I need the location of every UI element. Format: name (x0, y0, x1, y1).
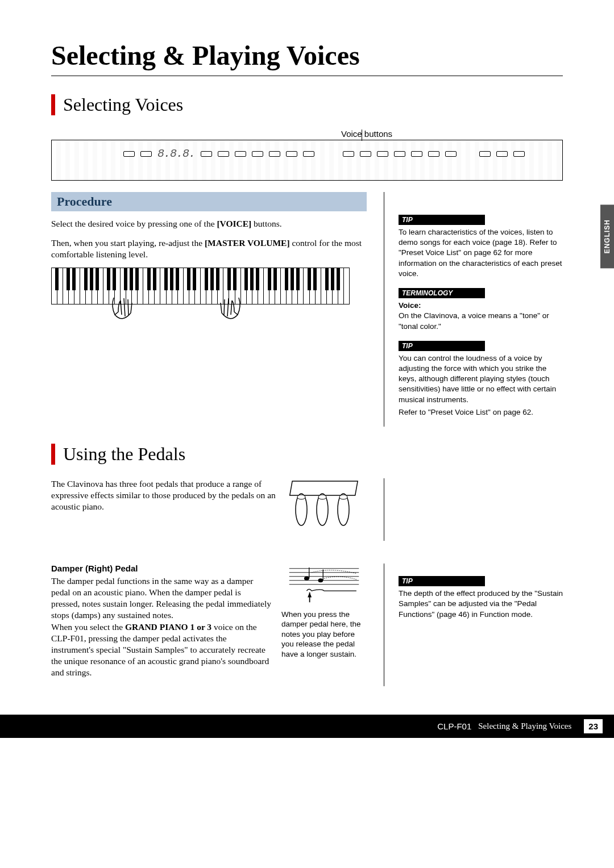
title-rule (51, 76, 563, 76)
text: Then, when you start playing, re-adjust … (51, 238, 205, 248)
master-volume-ref: [MASTER VOLUME] (205, 238, 290, 248)
tip-heading: TIP (399, 341, 485, 351)
damper-notation-block: When you press the damper pedal here, th… (281, 564, 367, 686)
tip-2-ref: Refer to "Preset Voice List" on page 62. (399, 407, 563, 418)
terminology-text: Voice: On the Clavinova, a voice means a… (399, 301, 563, 332)
svg-point-2 (297, 495, 305, 499)
tip-heading: TIP (399, 215, 485, 225)
svg-rect-0 (290, 481, 358, 495)
voice-buttons-label: Voice buttons (341, 129, 563, 139)
panel-display: 8.8.8. (157, 147, 195, 160)
damper-caption: When you press the damper pedal here, th… (281, 610, 367, 660)
footer-page-number: 23 (584, 719, 603, 733)
footer-model: CLP-F01 (437, 721, 471, 731)
tip-1-text: To learn characteristics of the voices, … (399, 227, 563, 279)
tip-2-text: You can control the loudness of a voice … (399, 353, 563, 405)
hand-right-icon (210, 295, 244, 326)
keyboard-diagram (51, 268, 350, 324)
section-using-pedals: Using the Pedals (51, 444, 563, 465)
voice-button-ref: [VOICE] (217, 219, 251, 228)
svg-point-12 (304, 577, 309, 581)
procedure-heading: Procedure (51, 192, 367, 211)
page-title: Selecting & Playing Voices (51, 40, 563, 71)
control-panel-diagram: 8.8.8. (51, 140, 563, 181)
procedure-step-2: Then, when you start playing, re-adjust … (51, 237, 367, 260)
footer-title: Selecting & Playing Voices (478, 721, 571, 731)
text: buttons. (251, 219, 281, 228)
svg-point-4 (318, 495, 326, 499)
pedals-intro-text: The Clavinova has three foot pedals that… (51, 478, 277, 512)
damper-pedal-heading: Damper (Right) Pedal (51, 564, 271, 573)
damper-text-1: The damper pedal functions in the same w… (51, 575, 271, 620)
text: On the Clavinova, a voice means a "tone"… (399, 311, 549, 330)
page-footer: CLP-F01 Selecting & Playing Voices 23 (0, 715, 614, 738)
svg-marker-17 (308, 592, 312, 598)
text: Select the desired voice by pressing one… (51, 219, 217, 228)
svg-point-14 (318, 578, 323, 582)
term-voice-label: Voice: (399, 301, 421, 310)
tip-3-text: The depth of the effect produced by the … (399, 589, 563, 620)
terminology-heading: TERMINOLOGY (399, 288, 485, 298)
text: When you select the (51, 622, 125, 632)
damper-text-2: When you select the GRAND PIANO 1 or 3 v… (51, 621, 271, 678)
hand-left-icon (108, 295, 142, 326)
music-staff-icon (281, 564, 367, 603)
svg-point-6 (339, 495, 347, 499)
tip-heading: TIP (399, 576, 485, 586)
pedals-diagram (287, 478, 367, 541)
language-tab: ENGLISH (600, 205, 614, 268)
section-selecting-voices: Selecting Voices (51, 94, 563, 115)
procedure-step-1: Select the desired voice by pressing one… (51, 218, 367, 229)
grand-piano-ref: GRAND PIANO 1 or 3 (125, 622, 211, 632)
